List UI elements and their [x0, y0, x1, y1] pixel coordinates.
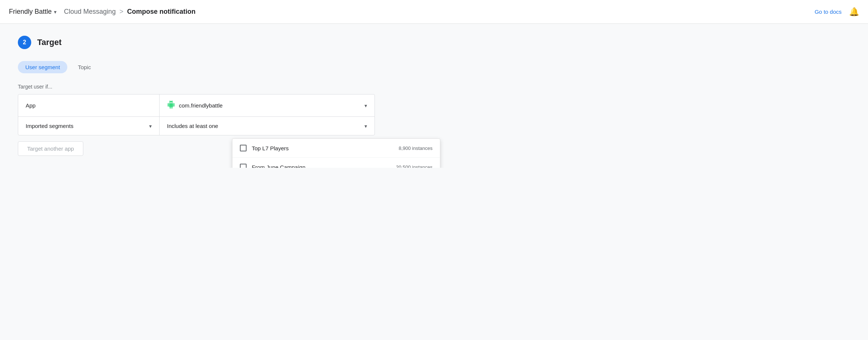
dropdown-item-top-l7-players[interactable]: Top L7 Players 8,900 instances [232, 139, 440, 158]
step-number: 2 [18, 36, 31, 49]
section-title: Target [37, 38, 62, 47]
breadcrumb-separator-2: > [119, 8, 123, 16]
topbar: Friendly Battle ▾ Cloud Messaging > Comp… [0, 0, 868, 24]
from-june-campaign-count: 20,500 instances [396, 164, 433, 168]
main-content: 2 Target User segment Topic Target user … [0, 24, 446, 168]
imported-segments-value-cell[interactable]: Includes at least one ▾ [160, 117, 374, 135]
topbar-right: Go to docs 🔔 [814, 7, 859, 17]
go-to-docs-link[interactable]: Go to docs [814, 9, 842, 15]
app-label-cell: App [18, 94, 160, 116]
tab-user-segment[interactable]: User segment [18, 61, 67, 73]
imported-segments-label-cell[interactable]: Imported segments ▾ [18, 117, 160, 135]
includes-text: Includes at least one [167, 123, 218, 129]
from-june-campaign-label: From June Campaign [252, 164, 391, 168]
filter-table: App com.friendlybattle ▾ Imported segmen… [18, 94, 375, 135]
breadcrumb-current: Compose notification [127, 8, 196, 16]
dropdown-item-from-june-campaign[interactable]: From June Campaign 20,500 instances [232, 158, 440, 168]
imported-segments-label: Imported segments [26, 123, 73, 129]
app-name[interactable]: Friendly Battle ▾ [9, 8, 57, 16]
imported-segments-row: Imported segments ▾ Includes at least on… [18, 117, 374, 135]
app-filter-row: App com.friendlybattle ▾ [18, 94, 374, 117]
android-icon [167, 100, 175, 110]
app-dropdown-arrow-icon: ▾ [364, 103, 367, 109]
top-l7-players-checkbox[interactable] [240, 145, 247, 151]
app-name-text: Friendly Battle [9, 8, 52, 16]
app-label: App [26, 102, 36, 109]
from-june-campaign-checkbox[interactable] [240, 164, 247, 168]
topbar-left: Friendly Battle ▾ Cloud Messaging > Comp… [9, 8, 814, 16]
app-value-cell[interactable]: com.friendlybattle ▾ [160, 94, 374, 116]
target-user-label: Target user if... [18, 84, 428, 90]
target-another-app-button[interactable]: Target another app [18, 141, 83, 156]
tab-row: User segment Topic [18, 61, 428, 73]
app-value-inner: com.friendlybattle [167, 100, 223, 110]
segments-dropdown: Top L7 Players 8,900 instances From June… [232, 138, 440, 168]
imported-segments-dropdown-arrow-icon: ▾ [149, 123, 152, 129]
notification-bell-icon[interactable]: 🔔 [849, 7, 859, 17]
tab-topic[interactable]: Topic [70, 61, 98, 73]
section-header: 2 Target [18, 36, 428, 49]
top-l7-players-count: 8,900 instances [399, 145, 433, 151]
includes-dropdown-arrow-icon: ▾ [364, 123, 367, 129]
app-chevron-icon: ▾ [54, 9, 57, 15]
top-l7-players-label: Top L7 Players [252, 145, 393, 151]
breadcrumb-section: Cloud Messaging [64, 8, 116, 16]
app-value-text: com.friendlybattle [179, 102, 223, 109]
